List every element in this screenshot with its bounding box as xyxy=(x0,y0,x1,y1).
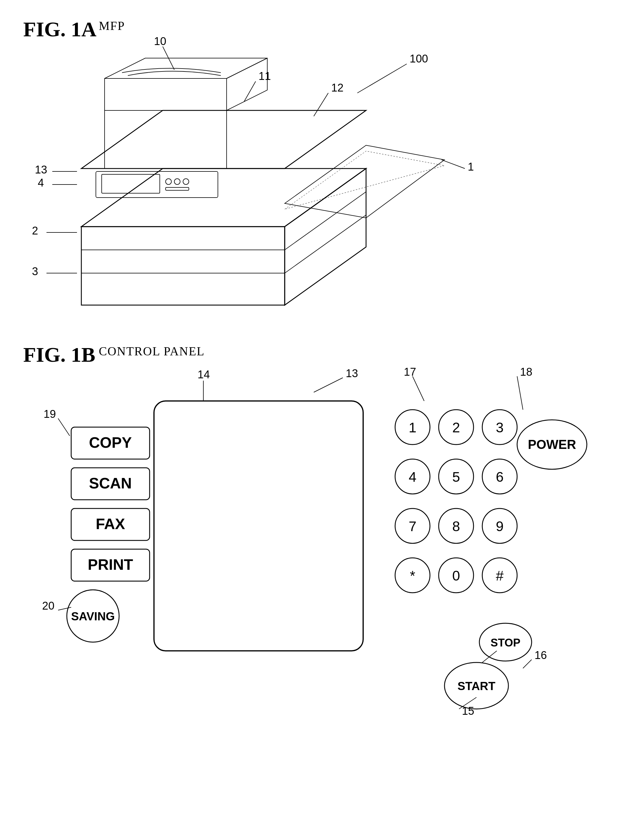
svg-line-52 xyxy=(523,660,532,668)
svg-text:FAX: FAX xyxy=(96,515,125,532)
svg-point-24 xyxy=(183,179,189,185)
svg-line-44 xyxy=(58,607,71,610)
svg-marker-11 xyxy=(81,111,366,169)
svg-text:*: * xyxy=(410,568,415,583)
svg-marker-12 xyxy=(104,111,227,169)
svg-rect-20 xyxy=(96,171,218,197)
svg-line-0 xyxy=(357,64,407,93)
svg-text:2: 2 xyxy=(452,420,460,435)
svg-line-46 xyxy=(413,376,424,401)
svg-text:1: 1 xyxy=(409,420,416,435)
fig1a-drawing: 100 10 11 12 xyxy=(23,29,575,334)
svg-line-38 xyxy=(314,378,343,392)
svg-point-23 xyxy=(174,179,180,185)
svg-text:COPY: COPY xyxy=(89,434,132,451)
svg-marker-14 xyxy=(104,79,227,111)
svg-line-36 xyxy=(442,160,465,169)
svg-text:5: 5 xyxy=(452,469,460,485)
svg-text:12: 12 xyxy=(331,82,343,94)
svg-marker-15 xyxy=(227,58,267,111)
svg-text:SAVING: SAVING xyxy=(71,610,115,623)
svg-text:4: 4 xyxy=(38,177,44,189)
svg-text:18: 18 xyxy=(520,366,532,378)
svg-text:6: 6 xyxy=(496,469,504,485)
svg-text:#: # xyxy=(496,568,504,583)
svg-line-42 xyxy=(58,418,70,436)
fig1b-drawing: 13 14 19 20 17 18 15 16 C xyxy=(23,354,619,819)
svg-text:100: 100 xyxy=(410,52,428,65)
svg-text:17: 17 xyxy=(404,366,416,378)
svg-marker-9 xyxy=(81,227,285,305)
page: FIG. 1A MFP 100 10 11 12 xyxy=(0,0,631,840)
svg-text:14: 14 xyxy=(197,368,210,381)
svg-text:9: 9 xyxy=(496,519,504,534)
svg-text:10: 10 xyxy=(154,35,166,47)
svg-rect-25 xyxy=(166,188,189,190)
svg-text:START: START xyxy=(457,680,495,692)
svg-text:8: 8 xyxy=(452,519,460,534)
svg-text:2: 2 xyxy=(32,224,38,237)
svg-rect-64 xyxy=(154,401,363,651)
svg-text:STOP: STOP xyxy=(491,636,521,649)
svg-text:16: 16 xyxy=(535,649,547,661)
svg-line-6 xyxy=(314,93,328,116)
svg-marker-27 xyxy=(285,151,445,209)
svg-text:13: 13 xyxy=(35,164,47,176)
svg-point-22 xyxy=(166,179,171,185)
svg-line-48 xyxy=(517,376,523,410)
svg-text:4: 4 xyxy=(409,469,416,485)
svg-text:3: 3 xyxy=(32,265,38,278)
svg-line-19 xyxy=(285,215,366,273)
svg-text:0: 0 xyxy=(452,568,460,583)
svg-text:19: 19 xyxy=(44,408,56,420)
svg-text:SCAN: SCAN xyxy=(89,475,132,492)
svg-marker-10 xyxy=(285,169,366,305)
svg-marker-26 xyxy=(285,145,445,218)
svg-text:11: 11 xyxy=(259,70,271,82)
svg-text:20: 20 xyxy=(42,600,54,612)
svg-text:1: 1 xyxy=(468,161,474,173)
svg-line-95 xyxy=(482,651,497,663)
svg-text:7: 7 xyxy=(409,519,416,534)
svg-text:PRINT: PRINT xyxy=(88,556,133,573)
svg-text:3: 3 xyxy=(496,420,504,435)
svg-text:POWER: POWER xyxy=(528,437,576,452)
svg-text:13: 13 xyxy=(346,367,358,379)
